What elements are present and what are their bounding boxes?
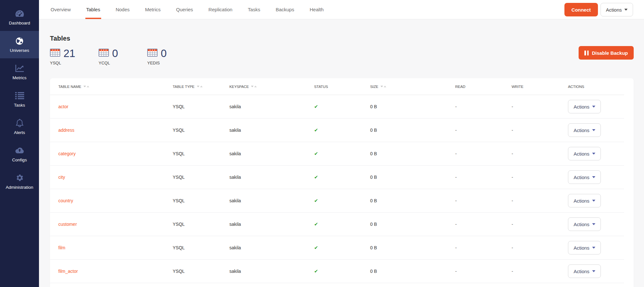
- sort-desc-icon: [83, 86, 86, 87]
- table-name-link[interactable]: actor: [58, 104, 68, 109]
- column-header-read: READ: [455, 85, 512, 89]
- connect-button[interactable]: Connect: [564, 3, 598, 16]
- keyspace-cell: sakila: [229, 175, 314, 180]
- sidebar-item-alerts[interactable]: Alerts: [0, 113, 39, 140]
- table-row-film-actor: film_actorYSQLsakila✔0 B--Actions: [50, 260, 624, 283]
- column-header-label: TABLE NAME: [58, 85, 81, 89]
- write-cell: -: [512, 198, 568, 203]
- chevron-down-icon: [592, 270, 595, 272]
- table-name-link[interactable]: country: [58, 198, 73, 203]
- tab-nodes[interactable]: Nodes: [116, 0, 130, 19]
- column-header-label: TABLE TYPE: [173, 85, 195, 89]
- sort-asc-icon: [87, 86, 89, 87]
- sort-icon[interactable]: [83, 86, 89, 87]
- row-actions-button[interactable]: Actions: [568, 217, 601, 231]
- tab-health[interactable]: Health: [310, 0, 323, 19]
- row-actions-label: Actions: [573, 222, 589, 227]
- tables-content: Tables 21YSQL0YCQL0YEDIS Disable Backup …: [39, 19, 644, 287]
- tab-backups[interactable]: Backups: [276, 0, 294, 19]
- write-cell: -: [512, 104, 568, 109]
- status-ok-check-icon: ✔: [314, 268, 318, 274]
- status-ok-check-icon: ✔: [314, 151, 318, 157]
- tab-replication[interactable]: Replication: [208, 0, 232, 19]
- table-type-cell: YSQL: [173, 222, 229, 227]
- sort-icon[interactable]: [197, 86, 203, 87]
- universe-actions-button[interactable]: Actions: [601, 3, 633, 16]
- sidebar-item-label: Dashboard: [9, 21, 30, 25]
- sort-icon[interactable]: [251, 86, 257, 87]
- sidebar-item-metrics[interactable]: Metrics: [0, 58, 39, 86]
- sidebar-item-universes[interactable]: Universes: [0, 31, 39, 58]
- stat-value: 0: [112, 48, 118, 59]
- keyspace-cell: sakila: [229, 128, 314, 133]
- disable-backup-label: Disable Backup: [592, 50, 628, 56]
- sidebar-item-dashboard[interactable]: Dashboard: [0, 4, 39, 31]
- size-cell: 0 B: [370, 128, 455, 133]
- tab-metrics[interactable]: Metrics: [145, 0, 160, 19]
- row-actions-button[interactable]: Actions: [568, 147, 601, 160]
- sort-asc-icon: [254, 86, 257, 87]
- column-header-keyspace[interactable]: KEYSPACE: [229, 85, 314, 89]
- tab-queries[interactable]: Queries: [176, 0, 193, 19]
- write-cell: -: [512, 245, 568, 250]
- row-actions-button[interactable]: Actions: [568, 170, 601, 184]
- tab-overview[interactable]: Overview: [51, 0, 71, 19]
- table-name-link[interactable]: address: [58, 128, 74, 133]
- table-grid-icon: [147, 49, 158, 58]
- row-actions-button[interactable]: Actions: [568, 123, 601, 137]
- column-header-status: STATUS: [314, 85, 370, 89]
- column-header-table-type[interactable]: TABLE TYPE: [173, 85, 229, 89]
- row-actions-button[interactable]: Actions: [568, 264, 601, 278]
- table-type-cell: YSQL: [173, 128, 229, 133]
- column-header-table-name[interactable]: TABLE NAME: [50, 85, 173, 89]
- sidebar-item-label: Universes: [10, 48, 29, 53]
- table-name-link[interactable]: film: [58, 245, 65, 250]
- sidebar-item-label: Alerts: [14, 130, 25, 135]
- table-row-address: addressYSQLsakila✔0 B--Actions: [50, 119, 624, 142]
- table-name-link[interactable]: category: [58, 151, 76, 156]
- sidebar-item-configs[interactable]: Configs: [0, 140, 39, 168]
- table-type-cell: YSQL: [173, 269, 229, 274]
- table-name-link[interactable]: film_actor: [58, 269, 78, 274]
- sidebar-item-tasks[interactable]: Tasks: [0, 86, 39, 113]
- disable-backup-button[interactable]: Disable Backup: [579, 46, 634, 60]
- sidebar-nav: DashboardUniversesMetricsTasksAlertsConf…: [0, 0, 39, 287]
- column-header-size[interactable]: SIZE: [370, 85, 455, 89]
- table-row-city: cityYSQLsakila✔0 B--Actions: [50, 166, 624, 189]
- row-actions-label: Actions: [573, 245, 589, 251]
- metrics-chart-icon: [15, 64, 24, 73]
- read-cell: -: [455, 269, 512, 274]
- keyspace-cell: sakila: [229, 151, 314, 156]
- read-cell: -: [455, 198, 512, 203]
- sidebar-item-label: Tasks: [14, 103, 25, 108]
- size-cell: 0 B: [370, 245, 455, 250]
- row-actions-label: Actions: [573, 128, 589, 133]
- table-name-link[interactable]: city: [58, 175, 65, 180]
- table-row-actor: actorYSQLsakila✔0 B--Actions: [50, 95, 624, 119]
- sort-asc-icon: [384, 86, 386, 87]
- chevron-down-icon: [592, 200, 595, 202]
- table-type-cell: YSQL: [173, 175, 229, 180]
- column-header-label: STATUS: [314, 85, 328, 89]
- column-header-label: WRITE: [512, 85, 524, 89]
- row-actions-label: Actions: [573, 198, 589, 204]
- tab-tasks[interactable]: Tasks: [248, 0, 260, 19]
- row-actions-button[interactable]: Actions: [568, 100, 601, 113]
- row-actions-button[interactable]: Actions: [568, 194, 601, 207]
- universes-globe-icon: [15, 36, 24, 45]
- size-cell: 0 B: [370, 104, 455, 109]
- tab-tables[interactable]: Tables: [86, 0, 100, 19]
- sort-icon[interactable]: [380, 86, 386, 87]
- table-name-link[interactable]: customer: [58, 222, 77, 227]
- row-actions-button[interactable]: Actions: [568, 241, 601, 254]
- sidebar-item-administration[interactable]: Administration: [0, 168, 39, 195]
- topbar-buttons: Connect Actions: [564, 3, 633, 16]
- sort-desc-icon: [251, 86, 254, 87]
- size-cell: 0 B: [370, 222, 455, 227]
- stat-value: 21: [63, 48, 75, 59]
- keyspace-cell: sakila: [229, 269, 314, 274]
- page-title: Tables: [50, 19, 644, 42]
- row-actions-label: Actions: [573, 269, 589, 274]
- read-cell: -: [455, 128, 512, 133]
- table-type-cell: YSQL: [173, 151, 229, 156]
